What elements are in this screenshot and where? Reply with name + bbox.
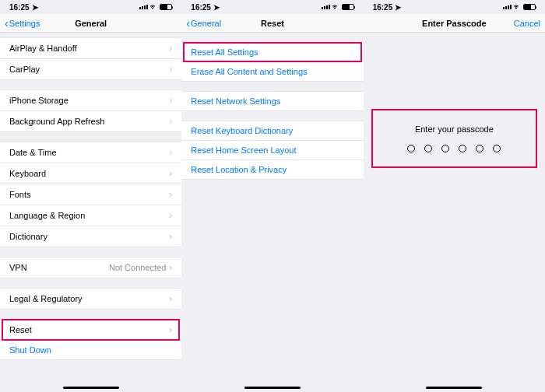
screen-passcode: 16:25 ➤ ᯤ Enter Passcode Cancel Enter yo…	[364, 0, 545, 392]
home-indicator[interactable]	[426, 387, 482, 389]
status-bar: 16:25 ➤ ᯤ	[0, 0, 181, 14]
chevron-right-icon: ›	[169, 95, 172, 106]
status-time: 16:25	[9, 3, 30, 12]
passcode-prompt: Enter your passcode	[373, 124, 536, 134]
row-label: CarPlay	[9, 65, 169, 74]
list-row[interactable]: Reset›	[0, 319, 181, 341]
battery-icon	[160, 4, 172, 10]
list-row[interactable]: Language & Region›	[0, 205, 181, 226]
row-label: Reset Location & Privacy	[191, 165, 353, 174]
cancel-button[interactable]: Cancel	[514, 19, 540, 28]
passcode-dot	[459, 145, 466, 152]
chevron-right-icon: ›	[169, 293, 172, 304]
chevron-right-icon: ›	[169, 324, 172, 335]
row-label: Reset Keyboard Dictionary	[191, 126, 353, 135]
list-row[interactable]: Date & Time›	[0, 142, 181, 163]
chevron-left-icon: ‹	[5, 18, 9, 29]
location-icon: ➤	[213, 3, 220, 12]
passcode-panel: Enter your passcode	[371, 109, 537, 168]
passcode-dot	[476, 145, 483, 152]
settings-list[interactable]: AirPlay & Handoff›CarPlay›iPhone Storage…	[0, 33, 181, 392]
row-label: Fonts	[9, 190, 169, 199]
list-row[interactable]: Erase All Content and Settings	[181, 62, 363, 82]
back-button[interactable]: ‹ General	[186, 18, 221, 29]
list-row[interactable]: CarPlay›	[0, 59, 181, 80]
list-row[interactable]: iPhone Storage›	[0, 89, 181, 111]
signal-icon	[139, 5, 148, 9]
list-row[interactable]: Reset All Settings	[181, 42, 363, 62]
reset-list[interactable]: Reset All SettingsErase All Content and …	[181, 33, 363, 392]
list-row[interactable]: Legal & Regulatory›	[0, 288, 181, 310]
screen-reset: 16:25 ➤ ᯤ ‹ General Reset Reset All Sett…	[181, 0, 363, 392]
list-row[interactable]: Dictionary›	[0, 226, 181, 247]
row-label: Reset Home Screen Layout	[191, 145, 353, 155]
chevron-right-icon: ›	[169, 168, 172, 179]
chevron-right-icon: ›	[169, 43, 172, 54]
list-row[interactable]: Reset Home Screen Layout	[181, 141, 363, 160]
list-row[interactable]: AirPlay & Handoff›	[0, 37, 181, 59]
chevron-right-icon: ›	[169, 231, 172, 242]
home-indicator[interactable]	[244, 387, 301, 389]
row-value: Not Connected	[109, 263, 166, 272]
list-row[interactable]: Shut Down	[0, 341, 181, 360]
home-indicator[interactable]	[63, 387, 119, 389]
list-row[interactable]: Keyboard›	[0, 163, 181, 184]
row-label: Legal & Regulatory	[9, 294, 169, 303]
row-label: Erase All Content and Settings	[191, 67, 353, 76]
passcode-dot	[441, 145, 449, 152]
screen-general: 16:25 ➤ ᯤ ‹ Settings General AirPlay & H…	[0, 0, 181, 392]
chevron-right-icon: ›	[169, 147, 172, 158]
list-row[interactable]: VPNNot Connected›	[0, 257, 181, 278]
back-label: General	[191, 19, 221, 28]
navbar: Enter Passcode Cancel	[364, 14, 545, 33]
chevron-right-icon: ›	[169, 116, 172, 127]
row-label: Shut Down	[9, 345, 172, 355]
row-label: Dictionary	[9, 232, 169, 241]
back-label: Settings	[9, 19, 40, 28]
battery-icon	[342, 4, 354, 10]
passcode-dot	[424, 145, 432, 152]
location-icon: ➤	[395, 3, 401, 12]
signal-icon	[322, 5, 330, 9]
navbar: ‹ Settings General	[0, 14, 181, 33]
location-icon: ➤	[32, 3, 38, 12]
status-time: 16:25	[373, 3, 393, 12]
passcode-dot	[407, 145, 415, 152]
list-row[interactable]: Reset Location & Privacy	[181, 160, 363, 180]
status-bar: 16:25 ➤ ᯤ	[364, 0, 545, 14]
status-bar: 16:25 ➤ ᯤ	[181, 0, 363, 14]
chevron-right-icon: ›	[169, 189, 172, 200]
chevron-right-icon: ›	[169, 210, 172, 221]
chevron-left-icon: ‹	[186, 18, 190, 29]
passcode-dot	[493, 145, 501, 152]
row-label: AirPlay & Handoff	[9, 44, 169, 53]
wifi-icon: ᯤ	[332, 3, 339, 11]
row-label: iPhone Storage	[9, 96, 169, 105]
list-row[interactable]: Fonts›	[0, 184, 181, 205]
back-button[interactable]: ‹ Settings	[5, 18, 40, 29]
row-label: Reset	[9, 325, 169, 334]
row-label: Reset Network Settings	[191, 96, 353, 106]
row-label: Date & Time	[9, 148, 169, 157]
row-label: Background App Refresh	[9, 117, 169, 126]
row-label: Language & Region	[9, 211, 169, 220]
row-label: VPN	[9, 263, 109, 272]
wifi-icon: ᯤ	[150, 3, 157, 11]
chevron-right-icon: ›	[169, 64, 172, 75]
row-label: Keyboard	[9, 169, 169, 178]
navbar: ‹ General Reset	[181, 14, 363, 33]
passcode-dots[interactable]	[373, 145, 536, 152]
battery-icon	[523, 4, 536, 10]
list-row[interactable]: Reset Network Settings	[181, 91, 363, 111]
list-row[interactable]: Reset Keyboard Dictionary	[181, 121, 363, 141]
list-row[interactable]: Background App Refresh›	[0, 111, 181, 132]
signal-icon	[503, 5, 512, 9]
status-time: 16:25	[191, 3, 211, 12]
wifi-icon: ᯤ	[514, 3, 521, 11]
chevron-right-icon: ›	[169, 262, 172, 273]
row-label: Reset All Settings	[191, 47, 353, 57]
